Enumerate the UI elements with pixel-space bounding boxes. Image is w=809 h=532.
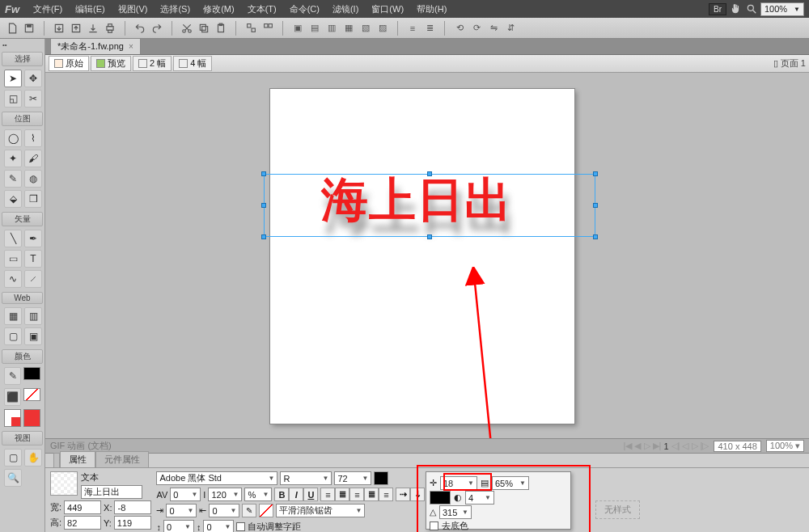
zoom-icon[interactable]: 🔍 (4, 469, 22, 487)
no-style-button[interactable]: 无样式 (595, 500, 640, 519)
fill-sample-icon[interactable] (259, 504, 273, 517)
text-tool-icon[interactable]: T (24, 250, 42, 268)
paste-icon[interactable] (214, 21, 228, 36)
knife-tool-icon[interactable]: ⟋ (24, 270, 42, 288)
menu-window[interactable]: 窗口(W) (366, 2, 409, 17)
align-stretch-button[interactable]: ≡ (379, 488, 393, 501)
export-icon[interactable] (69, 21, 83, 36)
page-indicator[interactable]: ▯ 页面 1 (773, 57, 806, 70)
y-input[interactable]: 119 (114, 516, 151, 530)
rotate-ccw-icon[interactable]: ⟲ (452, 21, 467, 36)
fill-picker-icon[interactable]: ⬛ (4, 388, 21, 406)
canvas-viewport[interactable]: 海上日出 海上日出 (45, 73, 809, 438)
stroke-picker-icon[interactable]: ✎ (4, 367, 21, 385)
new-file-icon[interactable] (5, 21, 19, 36)
auto-kern-checkbox[interactable]: 自动调整字距 (236, 521, 301, 532)
handle-tl[interactable] (261, 171, 266, 176)
canvas-dimensions[interactable]: 410 x 448 (714, 441, 760, 452)
view-4up[interactable]: 4 幅 (173, 56, 212, 71)
undo-icon[interactable] (133, 21, 147, 36)
lead-input[interactable]: 120▼ (208, 488, 242, 501)
italic-button[interactable]: I (289, 488, 303, 501)
selection-bounds[interactable] (264, 174, 595, 237)
text-horiz-button[interactable]: ⇢ (396, 488, 410, 501)
brush-tool-icon[interactable]: 🖌 (24, 150, 42, 167)
menu-help[interactable]: 帮助(H) (411, 2, 452, 17)
handle-bl[interactable] (261, 234, 266, 239)
stack2-icon[interactable]: ▨ (375, 21, 390, 36)
menu-file[interactable]: 文件(F) (28, 2, 68, 17)
stamp-tool-icon[interactable]: ❒ (24, 190, 42, 208)
forward-icon[interactable]: ▤ (307, 21, 322, 36)
font-family-select[interactable]: Adobe 黑体 Std▼ (156, 471, 277, 485)
pencil-tool-icon[interactable]: ✎ (4, 170, 22, 188)
zoom-tool-icon[interactable] (744, 2, 759, 16)
font-size-select[interactable]: 72▼ (334, 471, 371, 485)
indent-left-input[interactable]: 0▼ (166, 504, 197, 517)
underline-button[interactable]: U (303, 488, 318, 501)
align-center-button[interactable]: ≣ (335, 488, 349, 501)
handle-r[interactable] (593, 203, 598, 208)
lead-unit[interactable]: %▼ (244, 488, 272, 501)
marquee-tool-icon[interactable]: ◯ (4, 129, 22, 147)
fill-swatch[interactable] (23, 388, 40, 401)
view-original[interactable]: 原始 (49, 56, 89, 71)
align-left-icon[interactable]: ≡ (405, 21, 420, 36)
hotspot-tool-icon[interactable]: ▦ (4, 307, 22, 325)
ungroup-icon[interactable] (260, 21, 275, 36)
align-right-button[interactable]: ≡ (349, 488, 364, 501)
back-icon[interactable]: ▦ (341, 21, 356, 36)
subselect-tool-icon[interactable]: ✥ (24, 70, 42, 87)
slice-tool-icon[interactable]: ▥ (24, 307, 42, 325)
zoom-selector[interactable]: 100%▼ (760, 2, 804, 16)
show-slice-icon[interactable]: ▣ (24, 327, 42, 345)
handle-l[interactable] (261, 203, 266, 208)
front-icon[interactable]: ▣ (290, 21, 305, 36)
flip-v-icon[interactable]: ⇵ (503, 21, 518, 36)
bridge-button[interactable]: Br (709, 3, 726, 15)
eraser-tool-icon[interactable]: ◍ (24, 170, 42, 188)
bucket-tool-icon[interactable]: ⬙ (4, 190, 22, 208)
handle-tr[interactable] (593, 171, 598, 176)
panel-tabs-icon[interactable]: •• (2, 40, 43, 49)
view-preview[interactable]: 预览 (91, 56, 131, 71)
stroke-sample-icon[interactable]: ✎ (242, 504, 256, 517)
antialias-select[interactable]: 平滑消除锯齿▼ (276, 504, 365, 517)
indent-right-input[interactable]: 0▼ (209, 504, 239, 517)
hide-slice-icon[interactable]: ▢ (4, 327, 22, 345)
menu-modify[interactable]: 修改(M) (197, 2, 240, 17)
tab-properties[interactable]: 属性 (60, 451, 95, 467)
hand-icon[interactable]: ✋ (24, 449, 42, 467)
stroke-swatch[interactable] (23, 367, 40, 380)
wand-tool-icon[interactable]: ✦ (4, 150, 22, 167)
canvas[interactable] (270, 89, 574, 424)
para-before-input[interactable]: 0▼ (163, 520, 194, 532)
menu-text[interactable]: 文本(T) (242, 2, 282, 17)
menu-view[interactable]: 视图(V) (112, 2, 154, 17)
handle-t[interactable] (427, 171, 432, 176)
panel-grip-icon[interactable]: ⋮ (53, 453, 60, 467)
width-input[interactable]: 449 (64, 500, 101, 514)
bold-button[interactable]: B (274, 488, 289, 501)
flip-h-icon[interactable]: ⇋ (486, 21, 501, 36)
height-input[interactable]: 82 (64, 516, 101, 530)
align-center-icon[interactable]: ≣ (422, 21, 437, 36)
screen-mode-icon[interactable]: ▢ (4, 449, 22, 467)
kern-input[interactable]: 0▼ (170, 488, 201, 501)
menu-filters[interactable]: 滤镜(I) (327, 2, 364, 17)
hand-tool-icon[interactable] (728, 2, 743, 16)
import-icon[interactable] (52, 21, 66, 36)
handle-b[interactable] (427, 234, 432, 239)
swap-colors-icon[interactable] (23, 409, 40, 427)
backward-icon[interactable]: ▥ (324, 21, 339, 36)
close-tab-icon[interactable]: × (129, 42, 133, 51)
color-swatch-icon[interactable] (374, 471, 388, 485)
view-2up[interactable]: 2 幅 (133, 56, 172, 71)
align-justify-button[interactable]: ≣ (364, 488, 379, 501)
font-style-select[interactable]: R▼ (280, 471, 332, 485)
handle-br[interactable] (593, 234, 598, 239)
print-icon[interactable] (103, 21, 117, 36)
lasso-tool-icon[interactable]: ⌇ (24, 129, 42, 147)
cut-icon[interactable] (180, 21, 194, 36)
copy-icon[interactable] (197, 21, 211, 36)
